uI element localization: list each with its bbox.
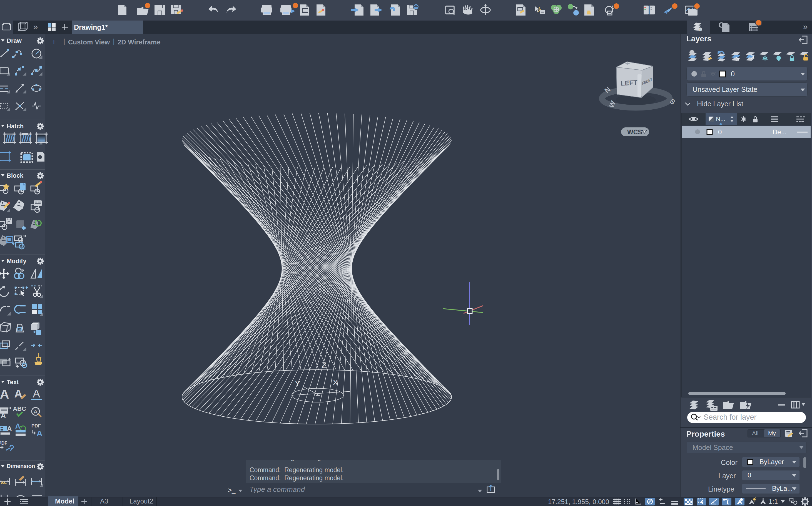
svg-text:A: A [7, 425, 12, 433]
svg-text:A: A [33, 388, 40, 400]
svg-text:»: » [33, 22, 38, 31]
svg-text:PDF: PDF [0, 441, 7, 445]
svg-text:X: X [333, 378, 338, 387]
svg-text:PDF: PDF [31, 423, 41, 429]
svg-text:A: A [37, 429, 43, 438]
svg-text:LEFT: LEFT [620, 79, 638, 87]
svg-text:ABC: ABC [13, 405, 26, 412]
svg-text:A: A [15, 422, 20, 430]
svg-text:»: » [803, 22, 808, 31]
svg-text:Y: Y [295, 379, 300, 388]
svg-text:A: A [33, 409, 38, 415]
svg-text:i: i [699, 27, 700, 32]
svg-text:Z: Z [322, 360, 327, 370]
svg-text:A: A [0, 387, 9, 401]
svg-text:A: A [1, 411, 6, 420]
